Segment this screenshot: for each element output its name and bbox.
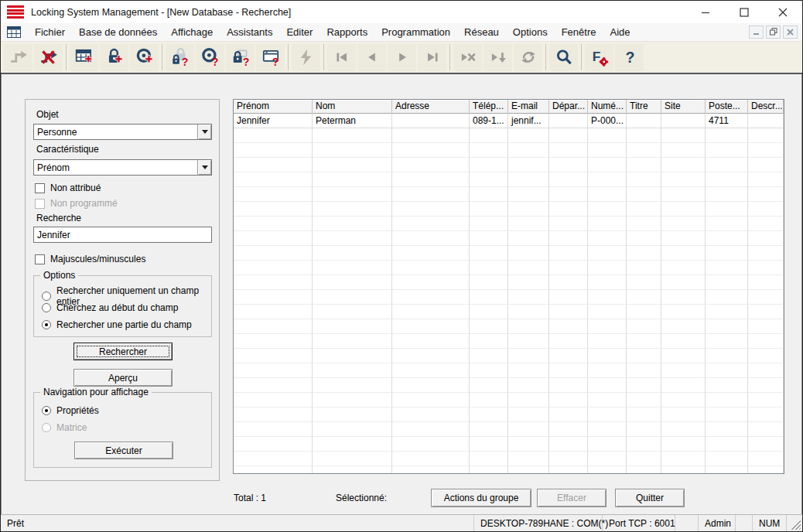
column-header[interactable]: E-mail: [508, 100, 549, 114]
search-submit-button[interactable]: Rechercher: [73, 343, 173, 360]
new-transponder-button[interactable]: [130, 44, 159, 71]
window-title: Locking System Management - [New Databas…: [31, 7, 291, 18]
mdi-minimize-button[interactable]: [749, 26, 764, 39]
table-empty-row: [234, 187, 784, 202]
table-row[interactable]: Jennifer Peterman 089-1... jennif... P-0…: [234, 114, 784, 128]
menu-reseau[interactable]: Réseau: [457, 24, 506, 40]
close-button[interactable]: [764, 1, 802, 23]
toolbar-separator: [323, 44, 324, 70]
search-button-toolbar[interactable]: [549, 44, 578, 71]
search-label: Recherche: [36, 213, 81, 223]
filter-settings-icon: F: [589, 47, 610, 67]
table-empty-row: [234, 305, 784, 319]
read-window-button[interactable]: ?: [256, 44, 285, 71]
radio-icon[interactable]: [42, 406, 51, 415]
navigation-group-title: Navigation pour affichage: [40, 387, 152, 397]
help-icon: ?: [620, 47, 640, 67]
radio-field-start[interactable]: Cherchez au début du champ: [42, 302, 178, 313]
menu-fichier[interactable]: Fichier: [28, 24, 72, 40]
toolbar: ? ? ? ?: [1, 42, 802, 74]
menu-aide[interactable]: Aide: [603, 24, 637, 40]
read-lock-icon: ?: [231, 47, 251, 67]
column-header[interactable]: Prénom: [234, 100, 313, 114]
table-empty-row: [234, 378, 784, 393]
table-empty-row: [234, 408, 784, 422]
radio-matrix-label: Matrice: [56, 422, 87, 433]
case-sensitive-checkbox[interactable]: Majuscules/minuscules: [35, 254, 145, 264]
search-icon: [554, 47, 574, 67]
column-header[interactable]: Poste...: [706, 100, 748, 114]
menu-base-de-donnees[interactable]: Base de données: [72, 24, 164, 40]
program-icon: [296, 47, 316, 67]
menu-editer[interactable]: Editer: [279, 24, 319, 40]
close-icon: [778, 8, 788, 17]
toolbar-separator: [581, 44, 582, 70]
read-transponder-button[interactable]: ?: [196, 44, 224, 71]
menu-assistants[interactable]: Assistants: [220, 24, 279, 40]
table-empty-row: [234, 437, 784, 452]
toolbar-separator: [545, 44, 546, 70]
checkbox-icon: [35, 199, 45, 209]
column-header[interactable]: Télép...: [470, 100, 508, 114]
column-header[interactable]: Adresse: [392, 100, 470, 114]
column-header[interactable]: Site: [661, 100, 706, 114]
results-table: Prénom Nom Adresse Télép... E-mail Dépar…: [233, 99, 784, 474]
filter-settings-button[interactable]: F: [585, 44, 613, 71]
results-table-body: [234, 128, 784, 474]
not-programmed-checkbox: Non programmé: [35, 198, 118, 209]
search-input[interactable]: [33, 227, 212, 243]
app-logo-icon: [7, 5, 24, 19]
status-ready: Prêt: [1, 515, 474, 531]
radio-properties[interactable]: Propriétés: [42, 405, 99, 416]
read-lock-button[interactable]: ?: [226, 44, 255, 71]
characteristic-combobox[interactable]: Prénom: [33, 159, 212, 176]
table-empty-row: [234, 217, 784, 231]
column-header[interactable]: Nom: [313, 100, 392, 114]
column-header[interactable]: Dépar...: [549, 100, 588, 114]
column-header[interactable]: Numé...: [588, 100, 627, 114]
minimize-icon: [701, 8, 710, 17]
status-user: Admin: [699, 515, 736, 531]
radio-icon[interactable]: [42, 303, 51, 312]
not-assigned-checkbox[interactable]: Non attribué: [35, 182, 101, 193]
help-button[interactable]: ?: [615, 44, 644, 71]
chevron-down-icon[interactable]: [197, 160, 211, 175]
checkbox-icon[interactable]: [35, 254, 45, 264]
disconnect-button[interactable]: [34, 44, 63, 71]
radio-icon: [42, 423, 51, 432]
mdi-restore-button[interactable]: [766, 26, 781, 39]
menu-programmation[interactable]: Programmation: [374, 24, 457, 40]
menu-fenetre[interactable]: Fenêtre: [555, 24, 603, 40]
quit-button[interactable]: Quitter: [615, 489, 685, 507]
new-locking-system-button[interactable]: [70, 44, 98, 71]
status-empty-segment: [736, 515, 753, 531]
group-actions-button[interactable]: Actions du groupe: [431, 489, 531, 507]
object-combobox[interactable]: Personne: [33, 124, 212, 140]
new-lock-button[interactable]: [100, 44, 128, 71]
column-header[interactable]: Titre: [627, 100, 661, 114]
resize-grip[interactable]: [787, 515, 802, 531]
radio-field-part[interactable]: Rechercher une partie du champ: [42, 319, 192, 330]
minimize-button[interactable]: [686, 1, 725, 23]
radio-icon[interactable]: [42, 292, 51, 301]
chevron-down-icon[interactable]: [197, 124, 211, 139]
cell-titre: [627, 114, 661, 128]
menu-options[interactable]: Options: [506, 24, 555, 40]
execute-button[interactable]: Exécuter: [74, 442, 173, 459]
nav-skip-button: [453, 44, 482, 71]
radio-matrix: Matrice: [42, 422, 87, 433]
radio-icon[interactable]: [42, 320, 51, 329]
column-header[interactable]: Descr...: [748, 100, 784, 114]
preview-button[interactable]: Aperçu: [73, 369, 173, 387]
checkbox-icon[interactable]: [35, 183, 45, 193]
nav-prev-button: [357, 44, 386, 71]
mdi-close-button[interactable]: [783, 26, 798, 39]
cell-site: [661, 114, 706, 128]
document-icon: [7, 26, 22, 39]
read-lock-ghost-button[interactable]: ?: [166, 44, 194, 71]
menu-rapports[interactable]: Rapports: [319, 24, 374, 40]
options-groupbox: Options Rechercher uniquement un champ e…: [33, 275, 212, 337]
maximize-button[interactable]: [725, 1, 764, 23]
menu-affichage[interactable]: Affichage: [164, 24, 220, 40]
refresh-button: [514, 44, 542, 71]
